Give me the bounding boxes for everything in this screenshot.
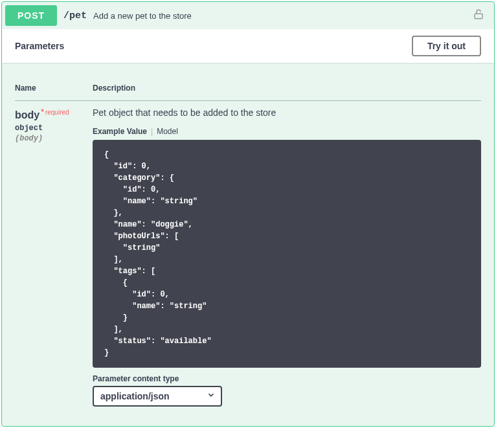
content-type-label: Parameter content type (93, 374, 481, 383)
operation-block: POST /pet Add a new pet to the store Par… (1, 1, 495, 427)
required-star-icon: * (41, 107, 44, 117)
model-tabs: Example Value|Model (93, 127, 481, 136)
operation-summary-row[interactable]: POST /pet Add a new pet to the store (2, 2, 494, 29)
endpoint-path: /pet (63, 10, 87, 21)
http-method-badge: POST (5, 5, 57, 26)
parameter-row: body*required object (body) Pet object t… (15, 101, 481, 414)
endpoint-summary: Add a new pet to the store (93, 11, 473, 21)
parameters-title: Parameters (15, 41, 64, 51)
param-in: (body) (15, 134, 93, 143)
tab-model[interactable]: Model (157, 127, 178, 136)
svg-rect-0 (475, 14, 482, 19)
example-code-block[interactable]: { "id": 0, "category": { "id": 0, "name"… (93, 140, 481, 368)
try-it-out-button[interactable]: Try it out (412, 36, 481, 56)
content-type-select-wrap: application/json (93, 386, 222, 407)
param-description: Pet object that needs to be added to the… (93, 107, 481, 118)
content-type-select[interactable]: application/json (93, 386, 222, 407)
parameters-header: Parameters Try it out (2, 29, 494, 63)
tab-example-value[interactable]: Example Value (93, 127, 147, 136)
tab-separator: | (151, 127, 153, 136)
lock-icon[interactable] (473, 8, 484, 23)
required-label: required (45, 109, 69, 116)
parameters-table: Name Description body*required object (b… (15, 76, 481, 413)
param-type: object (15, 121, 93, 134)
parameters-body: Name Description body*required object (b… (2, 63, 494, 426)
column-header-description: Description (93, 76, 481, 101)
column-header-name: Name (15, 76, 93, 101)
param-name: body (15, 109, 39, 120)
